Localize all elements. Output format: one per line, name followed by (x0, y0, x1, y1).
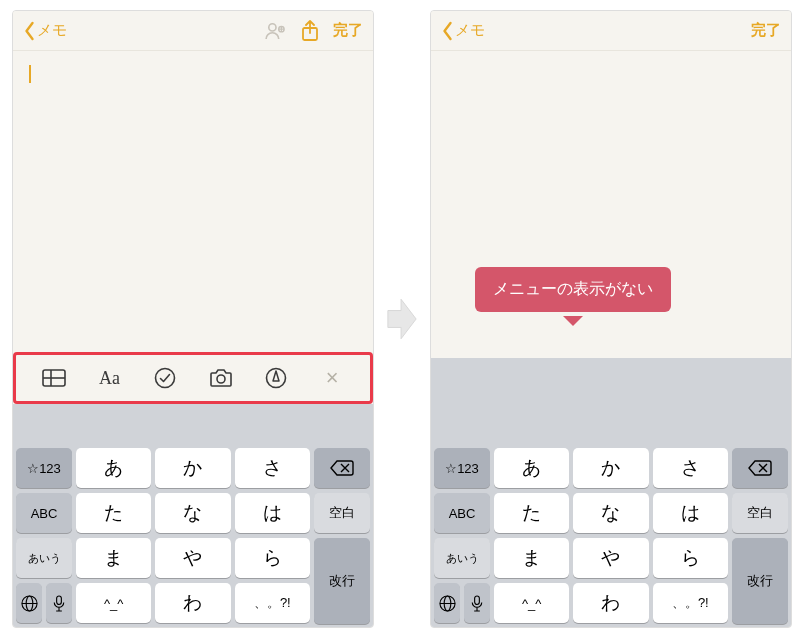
key-ra[interactable]: ら (235, 538, 310, 578)
key-emoji[interactable]: ^_^ (76, 583, 151, 623)
globe-icon (21, 595, 38, 612)
keyboard: ☆123 あ か さ ABC た な は 空白 あいう (431, 444, 791, 627)
back-label: メモ (455, 21, 485, 40)
backspace-icon (330, 460, 354, 476)
svg-point-6 (156, 369, 175, 388)
arrow-right-icon (386, 291, 418, 347)
toolbar-missing-gap (431, 358, 791, 404)
key-space[interactable]: 空白 (732, 493, 788, 533)
keyboard: ☆123 あ か さ ABC た な は 空白 あいう (13, 444, 373, 627)
svg-rect-16 (475, 595, 480, 604)
key-ma[interactable]: ま (494, 538, 569, 578)
svg-point-7 (217, 375, 225, 383)
key-sa[interactable]: さ (653, 448, 728, 488)
note-content[interactable] (13, 51, 373, 352)
format-toolbar: Aa × (20, 359, 366, 397)
header: メモ 完了 (13, 11, 373, 51)
camera-icon[interactable] (201, 359, 241, 397)
key-ma[interactable]: ま (76, 538, 151, 578)
phone-before: メモ 完了 Aa × (12, 10, 374, 628)
collaborate-icon[interactable] (261, 16, 291, 46)
key-num-mode[interactable]: ☆123 (434, 448, 490, 488)
key-sa[interactable]: さ (235, 448, 310, 488)
key-punct[interactable]: 、。?! (653, 583, 728, 623)
key-kana-mode[interactable]: あいう (16, 538, 72, 578)
close-icon[interactable]: × (312, 359, 352, 397)
key-return[interactable]: 改行 (732, 538, 788, 624)
key-emoji[interactable]: ^_^ (494, 583, 569, 623)
checklist-icon[interactable] (145, 359, 185, 397)
key-ha[interactable]: は (235, 493, 310, 533)
table-icon[interactable] (34, 359, 74, 397)
backspace-icon (748, 460, 772, 476)
markup-icon[interactable] (256, 359, 296, 397)
key-globe[interactable] (434, 583, 460, 623)
key-ra[interactable]: ら (653, 538, 728, 578)
text-cursor (29, 65, 31, 83)
key-wa[interactable]: わ (573, 583, 648, 623)
key-a[interactable]: あ (76, 448, 151, 488)
key-num-mode[interactable]: ☆123 (16, 448, 72, 488)
key-a[interactable]: あ (494, 448, 569, 488)
format-toolbar-highlight: Aa × (13, 352, 373, 404)
chevron-left-icon (441, 21, 454, 41)
keyboard-accessory-gap (13, 404, 373, 444)
key-ya[interactable]: や (155, 538, 230, 578)
key-ta[interactable]: た (494, 493, 569, 533)
key-kana-mode[interactable]: あいう (434, 538, 490, 578)
back-button[interactable]: メモ (441, 21, 485, 41)
share-icon[interactable] (295, 16, 325, 46)
mic-icon (53, 595, 65, 612)
done-button[interactable]: 完了 (333, 21, 363, 40)
back-button[interactable]: メモ (23, 21, 67, 41)
svg-point-0 (269, 23, 276, 30)
key-space[interactable]: 空白 (314, 493, 370, 533)
key-ta[interactable]: た (76, 493, 151, 533)
key-ka[interactable]: か (155, 448, 230, 488)
text-format-icon[interactable]: Aa (89, 359, 129, 397)
key-punct[interactable]: 、。?! (235, 583, 310, 623)
mic-icon (471, 595, 483, 612)
key-globe[interactable] (16, 583, 42, 623)
key-ha[interactable]: は (653, 493, 728, 533)
globe-icon (439, 595, 456, 612)
key-backspace[interactable] (314, 448, 370, 488)
chevron-left-icon (23, 21, 36, 41)
annotation-callout: メニューの表示がない (475, 267, 671, 312)
key-na[interactable]: な (573, 493, 648, 533)
note-content[interactable]: メニューの表示がない (431, 51, 791, 358)
key-na[interactable]: な (155, 493, 230, 533)
svg-rect-12 (57, 595, 62, 604)
keyboard-accessory-gap (431, 404, 791, 444)
done-button[interactable]: 完了 (751, 21, 781, 40)
header: メモ 完了 (431, 11, 791, 51)
key-abc-mode[interactable]: ABC (16, 493, 72, 533)
back-label: メモ (37, 21, 67, 40)
key-ka[interactable]: か (573, 448, 648, 488)
key-mic[interactable] (46, 583, 72, 623)
phone-after: メモ 完了 メニューの表示がない ☆123 あ か さ ABC た な は 空白… (430, 10, 792, 628)
key-ya[interactable]: や (573, 538, 648, 578)
key-wa[interactable]: わ (155, 583, 230, 623)
key-mic[interactable] (464, 583, 490, 623)
key-backspace[interactable] (732, 448, 788, 488)
key-abc-mode[interactable]: ABC (434, 493, 490, 533)
key-return[interactable]: 改行 (314, 538, 370, 624)
